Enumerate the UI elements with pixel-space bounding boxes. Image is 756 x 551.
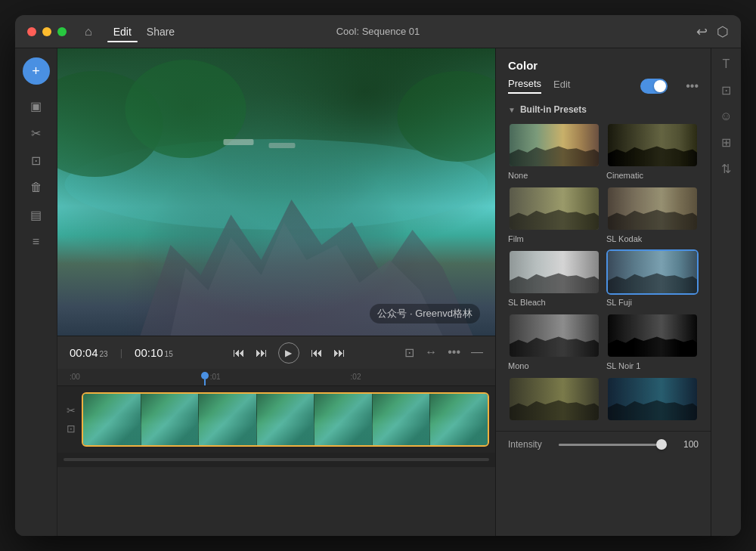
copy-tool-icon[interactable]: ⊡ [67,423,76,435]
preset-thumb-inner-9 [608,378,697,420]
skip-back-button[interactable]: ⏮ [233,346,245,360]
section-header: ▼ Built-in Presets [508,101,699,115]
presets-grid: None Cinematic [508,122,699,425]
preset-label-film: Film [508,234,600,243]
preset-thumb-mono [508,313,600,358]
rocks-svg [57,48,495,336]
timeline-area: :00 :01 :02 ✂ ⊡ [57,369,495,467]
svg-point-5 [398,71,496,162]
preset-slfuji[interactable]: SL Fuji [606,249,699,307]
traffic-lights [27,27,67,36]
preset-label-none: None [508,171,600,180]
sidebar-icon-delete[interactable]: 🗑 [24,175,48,200]
preset-mono[interactable]: Mono [508,313,600,370]
preset-film[interactable]: Film [508,186,600,243]
add-icon: + [32,63,40,79]
preset-slbleach[interactable]: SL Bleach [508,249,600,307]
settings-icon[interactable]: — [471,345,483,360]
time-divider: | [120,347,122,358]
preset-thumb-inner-slkodak [608,187,697,230]
grid-tool-icon[interactable]: ⊞ [721,135,731,150]
preset-slkodak[interactable]: SL Kodak [606,186,699,243]
preset-thumb-inner-8 [510,378,599,420]
intensity-label: Intensity [508,439,550,450]
intensity-thumb[interactable] [656,439,667,450]
undo-icon[interactable]: ↩ [696,23,708,40]
preset-label-mono: Mono [508,361,600,370]
title-bar-right: ↩ ⬡ [696,23,729,40]
zoom-icon[interactable]: ↔ [425,345,437,360]
preset-thumb-none [508,122,600,168]
preset-thumb-film [508,186,600,231]
text-tool-icon[interactable]: T [723,57,730,71]
sidebar-icon-titles[interactable]: ▤ [24,203,48,227]
preset-thumb-slbleach [508,249,600,295]
cut-tool-icon[interactable]: ✂ [67,404,76,416]
panel-toggle[interactable] [640,79,668,94]
play-button[interactable]: ▶ [278,342,299,364]
current-time: 00:04 [70,346,98,359]
ruler-mark-2: :02 [351,373,361,381]
preset-9[interactable] [606,376,699,425]
tab-presets[interactable]: Presets [508,78,541,94]
main-content: + ▣ ✂ ⊡ 🗑 ▤ ≡ [15,48,741,536]
right-icon-bar: T ⊡ ☺ ⊞ ⇅ [711,48,741,536]
sidebar-icon-audio[interactable]: ≡ [24,230,48,254]
timeline-tracks: ✂ ⊡ [57,386,495,453]
airplay-icon[interactable]: ⬡ [717,23,729,40]
playback-bar: 00:04 23 | 00:10 15 ⏮ ⏭ ▶ ⏭ ⏮ ⊡ ↔ [57,336,495,369]
preset-thumb-inner-none [510,124,599,166]
step-back-button[interactable]: ⏭ [256,346,268,360]
title-bar: ⌂ Edit Share Cool: Sequence 01 ↩ ⬡ [15,15,741,48]
intensity-row: Intensity 100 [508,439,699,450]
track-frame-5 [314,394,373,445]
section-chevron[interactable]: ▼ [508,106,516,114]
preset-thumb-slnoir [606,313,699,358]
panel-title: Color [496,48,711,78]
more-icon[interactable]: ••• [448,345,460,360]
nav-bar: ⌂ Edit Share [85,23,181,41]
panel-dots[interactable]: ••• [686,79,699,93]
home-icon[interactable]: ⌂ [85,25,92,39]
total-time: 00:10 [135,346,163,359]
tab-share[interactable]: Share [141,23,181,41]
total-frame: 15 [165,350,173,358]
preset-label-cinematic: Cinematic [606,171,699,180]
preset-slnoir[interactable]: SL Noir 1 [606,313,699,370]
crop-tool-icon[interactable]: ⊡ [721,83,731,98]
video-preview: 公众号 · Greenvd格林 [57,48,495,336]
intensity-slider[interactable] [559,444,667,446]
face-tool-icon[interactable]: ☺ [720,110,732,123]
close-button[interactable] [27,27,36,36]
sidebar-icon-media[interactable]: ▣ [24,94,48,118]
watermark: 公众号 · Greenvd格林 [370,304,480,323]
video-track[interactable] [82,392,489,447]
tab-edit[interactable]: Edit [107,23,138,41]
ruler-container: :00 :01 :02 [64,369,489,385]
preset-thumb-cinematic [606,122,699,168]
preset-label-slkodak: SL Kodak [606,234,699,243]
intensity-fill [559,444,667,446]
playback-controls: ⏮ ⏭ ▶ ⏭ ⏮ [233,342,345,364]
add-button[interactable]: + [23,57,50,85]
watermark-text: 公众号 · Greenvd格林 [377,307,472,320]
tab-edit[interactable]: Edit [553,79,570,93]
timeline-scrollbar[interactable] [64,458,489,461]
skip-forward-button[interactable]: ⏮ [333,346,345,360]
scrubber[interactable] [201,369,209,385]
sidebar-icon-export[interactable]: ⊡ [24,148,48,172]
maximize-button[interactable] [57,27,67,36]
sidebar-icon-cut[interactable]: ✂ [24,121,48,145]
window-title: Cool: Sequence 01 [336,26,420,37]
audio-tool-icon[interactable]: ⇅ [721,162,731,176]
preset-8[interactable] [508,376,600,425]
minimize-button[interactable] [42,27,51,36]
preset-cinematic[interactable]: Cinematic [606,122,699,180]
preset-thumb-inner-slfuji [608,251,697,293]
preset-none[interactable]: None [508,122,600,180]
track-frame-7 [430,394,488,445]
timeline-tools: ✂ ⊡ [64,404,79,435]
step-forward-button[interactable]: ⏭ [310,346,322,360]
playback-right: ⊡ ↔ ••• — [404,345,483,360]
fullscreen-icon[interactable]: ⊡ [404,345,414,360]
